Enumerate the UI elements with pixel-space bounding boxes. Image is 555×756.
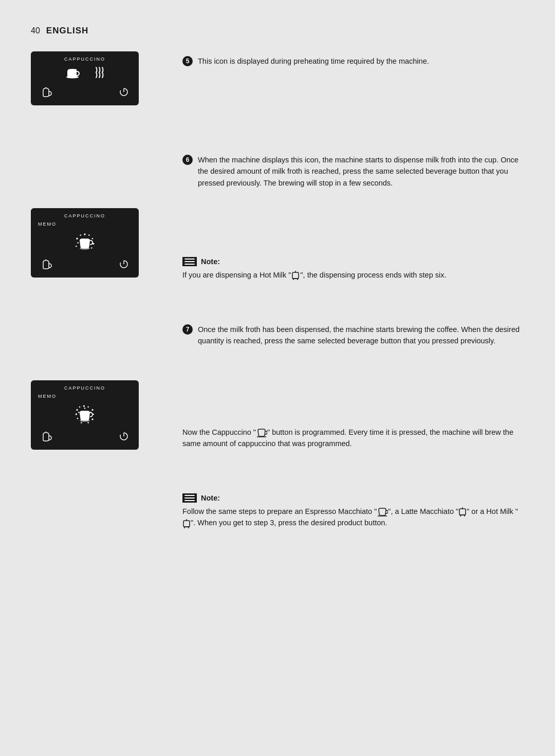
panel3-title: CAPPUCCINO	[37, 385, 133, 391]
left-column: CAPPUCCINO	[31, 51, 164, 565]
section-5-block: 5 This icon is displayed during preheati…	[182, 51, 524, 154]
svg-point-30	[81, 422, 82, 423]
panel1-title: CAPPUCCINO	[37, 57, 133, 62]
machine-display-1: CAPPUCCINO	[31, 51, 139, 105]
note-2-text: Follow the same steps to prepare an Espr…	[182, 506, 524, 529]
panel3-bottom	[37, 431, 133, 444]
svg-point-7	[77, 242, 79, 244]
svg-point-10	[84, 233, 85, 235]
section-5-number: 5	[182, 56, 193, 66]
panel3-subtitle: MEMO	[37, 394, 133, 399]
svg-rect-41	[459, 509, 466, 515]
power-icon-3	[119, 432, 128, 442]
language-label: ENGLISH	[46, 26, 89, 36]
svg-point-27	[78, 412, 80, 413]
svg-point-12	[92, 238, 94, 239]
note-1-block: Note: If you are dispensing a Hot Milk "…	[182, 257, 524, 324]
programming-text-block: Now the Cappuccino "" button is programm…	[182, 427, 524, 478]
svg-point-22	[83, 405, 85, 407]
svg-point-20	[77, 418, 79, 419]
panel1-bottom	[37, 86, 133, 99]
svg-point-24	[91, 409, 93, 410]
section-6-number: 6	[182, 155, 193, 165]
cup-dots-heavy	[72, 401, 98, 427]
note-2-block: Note: Follow the same steps to prepare a…	[182, 493, 524, 565]
svg-point-29	[84, 408, 86, 409]
steam-icon-1	[93, 65, 105, 82]
note-icon-2	[182, 493, 197, 503]
svg-point-26	[91, 418, 93, 420]
content-area: CAPPUCCINO	[31, 51, 524, 565]
mug-icon-3	[41, 431, 52, 444]
svg-point-2	[68, 69, 77, 71]
note-1-text: If you are dispensing a Hot Milk "", the…	[182, 269, 524, 281]
section-5: 5 This icon is displayed during preheati…	[182, 56, 524, 67]
section-6: 6 When the machine displays this icon, t…	[182, 154, 524, 189]
page: 40 ENGLISH CAPPUCCINO	[0, 0, 555, 756]
mug-icon-1	[41, 86, 52, 99]
note-2-label: Note:	[201, 494, 220, 502]
svg-point-6	[76, 237, 78, 239]
power-icon-1	[119, 87, 128, 98]
svg-point-25	[92, 413, 94, 415]
svg-rect-1	[67, 70, 77, 77]
svg-point-9	[80, 234, 81, 236]
note-1-label: Note:	[201, 257, 220, 266]
panel3-wrapper: CAPPUCCINO MEMO	[31, 380, 164, 450]
section-5-text: This icon is displayed during preheating…	[198, 56, 429, 67]
section-6-block: 6 When the machine displays this icon, t…	[182, 154, 524, 257]
mug-icon-2	[41, 259, 52, 271]
right-column: 5 This icon is displayed during preheati…	[164, 51, 524, 565]
svg-point-11	[88, 234, 90, 236]
note-1-header: Note:	[182, 257, 524, 266]
panel2-title: CAPPUCCINO	[37, 213, 133, 218]
svg-point-18	[76, 409, 78, 410]
section-7-block: 7 Once the milk froth has been dispensed…	[182, 324, 524, 427]
panel1-icons	[37, 65, 133, 82]
panel2-icons	[37, 229, 133, 254]
power-icon-2	[119, 260, 128, 270]
section-7-text: Once the milk froth has been dispensed, …	[198, 324, 524, 347]
page-number: 40	[31, 26, 40, 35]
svg-point-31	[87, 422, 89, 423]
programming-text: Now the Cappuccino "" button is programm…	[182, 427, 524, 450]
section-7: 7 Once the milk froth has been dispensed…	[182, 324, 524, 347]
svg-point-19	[76, 413, 77, 415]
note-2-header: Note:	[182, 493, 524, 503]
svg-point-5	[80, 247, 90, 249]
panel1-wrapper: CAPPUCCINO	[31, 51, 164, 105]
svg-point-14	[91, 247, 92, 249]
machine-display-2: CAPPUCCINO MEMO	[31, 208, 139, 278]
panel2-bottom	[37, 259, 133, 271]
panel2-wrapper: CAPPUCCINO MEMO	[31, 208, 164, 278]
svg-point-13	[92, 243, 94, 244]
svg-rect-34	[292, 272, 299, 279]
section-6-text: When the machine displays this icon, the…	[198, 154, 524, 189]
cup-icon-1	[64, 65, 81, 82]
page-header: 40 ENGLISH	[31, 26, 524, 36]
svg-point-21	[79, 406, 81, 408]
cup-dots-light	[72, 229, 98, 254]
svg-point-8	[76, 246, 77, 247]
svg-point-17	[80, 419, 90, 421]
panel2-subtitle: MEMO	[37, 222, 133, 227]
svg-rect-46	[183, 521, 190, 527]
machine-display-3: CAPPUCCINO MEMO	[31, 380, 139, 450]
note-icon-1	[182, 257, 197, 266]
panel3-icons	[37, 401, 133, 427]
svg-point-23	[87, 406, 89, 408]
section-7-number: 7	[182, 324, 193, 335]
note-2: Note: Follow the same steps to prepare a…	[182, 493, 524, 529]
svg-point-28	[90, 412, 91, 413]
note-1: Note: If you are dispensing a Hot Milk "…	[182, 257, 524, 281]
